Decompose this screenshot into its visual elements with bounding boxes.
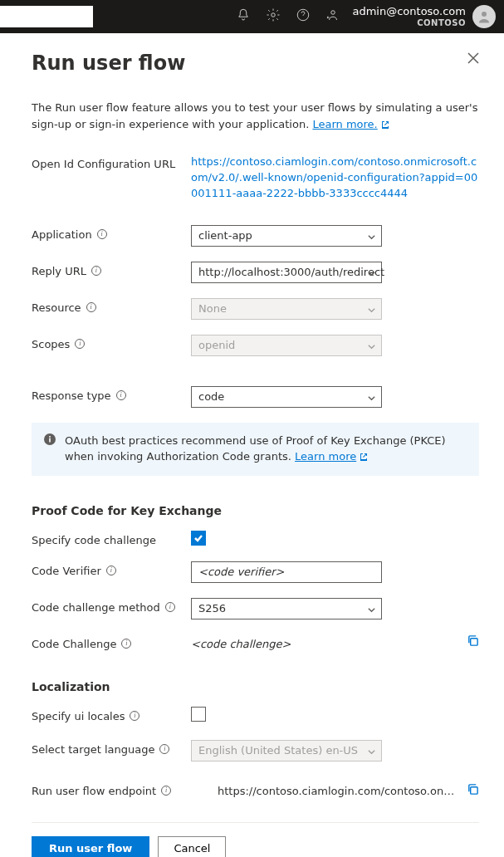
svg-rect-5	[49, 438, 51, 442]
challenge-method-select[interactable]: S256	[191, 598, 382, 619]
info-icon[interactable]: i	[165, 602, 175, 612]
info-icon[interactable]: i	[116, 390, 126, 400]
info-icon[interactable]: i	[161, 786, 171, 796]
chevron-down-icon	[367, 232, 376, 244]
close-icon[interactable]	[467, 51, 479, 67]
resource-select: None	[191, 298, 382, 320]
panel-description: The Run user flow feature allows you to …	[32, 100, 479, 133]
reply-url-select[interactable]: http://localhost:3000/auth/redirect	[191, 262, 382, 283]
account-tenant: CONTOSO	[417, 18, 466, 27]
learn-more-link[interactable]: Learn more.	[312, 118, 389, 130]
response-type-select[interactable]: code	[191, 386, 382, 408]
pkce-info-box: OAuth best practices recommend use of Pr…	[32, 423, 479, 476]
svg-point-2	[331, 11, 335, 15]
reply-url-label: Reply URL	[32, 265, 86, 277]
info-icon[interactable]: i	[86, 302, 96, 312]
account-block[interactable]: admin@contoso.com CONTOSO	[352, 6, 466, 27]
localization-section-title: Localization	[32, 680, 479, 693]
specify-challenge-checkbox[interactable]	[191, 531, 206, 546]
info-icon[interactable]: i	[97, 229, 107, 239]
copy-icon[interactable]	[467, 783, 479, 799]
chevron-down-icon	[367, 393, 376, 405]
feedback-icon[interactable]	[325, 7, 340, 26]
external-link-icon	[381, 117, 389, 134]
settings-icon[interactable]	[266, 7, 281, 26]
code-verifier-label: Code Verifier	[32, 565, 101, 577]
svg-rect-7	[471, 638, 477, 644]
info-icon[interactable]: i	[91, 266, 101, 276]
run-user-flow-button[interactable]: Run user flow	[32, 836, 149, 857]
code-challenge-label: Code Challenge	[32, 638, 116, 650]
svg-rect-8	[471, 786, 477, 793]
chevron-down-icon	[367, 341, 376, 354]
run-user-flow-panel: Run user flow The Run user flow feature …	[0, 33, 504, 857]
notifications-icon[interactable]	[236, 7, 251, 26]
chevron-down-icon	[367, 605, 376, 617]
pkce-learn-more-link[interactable]: Learn more	[295, 450, 368, 463]
info-icon	[43, 433, 56, 466]
svg-point-3	[482, 12, 487, 17]
specify-locales-label: Specify ui locales	[32, 710, 125, 722]
svg-point-0	[272, 13, 276, 17]
panel-title: Run user flow	[32, 51, 467, 75]
copy-icon[interactable]	[467, 634, 479, 650]
target-language-label: Select target language	[32, 743, 154, 756]
challenge-method-label: Code challenge method	[32, 601, 160, 614]
pkce-section-title: Proof Code for Key Exchange	[32, 504, 479, 517]
openid-label: Open Id Configuration URL	[32, 154, 191, 170]
code-verifier-input[interactable]	[191, 561, 382, 583]
scopes-label: Scopes	[32, 338, 70, 350]
code-challenge-value: <code challenge>	[191, 634, 454, 650]
info-icon[interactable]: i	[106, 566, 116, 575]
application-select[interactable]: client-app	[191, 225, 382, 247]
top-bar: admin@contoso.com CONTOSO	[0, 0, 504, 33]
info-icon[interactable]: i	[121, 639, 131, 649]
top-icons	[236, 7, 340, 26]
footer: Run user flow Cancel	[32, 836, 479, 857]
openid-url-link[interactable]: https://contoso.ciamlogin.com/contoso.on…	[191, 154, 479, 202]
info-icon[interactable]: i	[75, 339, 85, 349]
chevron-down-icon	[367, 305, 376, 317]
info-icon[interactable]: i	[159, 744, 169, 754]
cancel-button[interactable]: Cancel	[158, 836, 226, 857]
target-language-select: English (United States) en-US	[191, 740, 382, 762]
avatar[interactable]	[472, 5, 496, 28]
endpoint-value: https://contoso.ciamlogin.com/contoso.on…	[218, 785, 460, 797]
account-email: admin@contoso.com	[352, 6, 466, 17]
application-label: Application	[32, 228, 92, 241]
separator	[32, 822, 479, 823]
scopes-select: openid	[191, 335, 382, 356]
specify-challenge-label: Specify code challenge	[32, 534, 156, 546]
response-type-label: Response type	[32, 389, 111, 402]
info-icon[interactable]: i	[130, 711, 139, 721]
external-link-icon	[360, 449, 368, 466]
endpoint-label: Run user flow endpoint	[32, 785, 156, 797]
specify-locales-checkbox[interactable]	[191, 707, 206, 722]
resource-label: Resource	[32, 301, 81, 314]
chevron-down-icon	[367, 747, 376, 759]
svg-rect-6	[49, 436, 51, 438]
search-input[interactable]	[0, 6, 93, 27]
help-icon[interactable]	[296, 7, 311, 26]
chevron-down-icon	[367, 268, 376, 281]
